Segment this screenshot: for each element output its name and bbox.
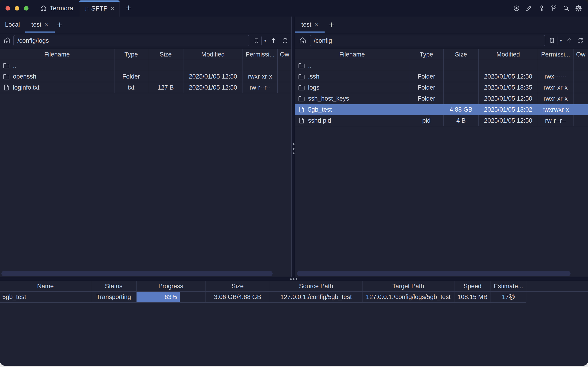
transfer-splitter-horizontal[interactable]: [0, 277, 588, 281]
col-modified[interactable]: Modified: [183, 49, 243, 60]
transfer-size: 3.06 GB/4.88 GB: [205, 292, 270, 302]
go-up-icon[interactable]: [564, 36, 574, 46]
col-source-path[interactable]: Source Path: [270, 281, 363, 291]
search-icon[interactable]: [563, 5, 570, 12]
col-modified[interactable]: Modified: [478, 49, 538, 60]
file-name: ..: [308, 60, 311, 71]
folder-icon: [3, 73, 10, 80]
home-icon[interactable]: [3, 36, 11, 44]
tab-local-label: Local: [5, 21, 20, 28]
tab-sftp[interactable]: ↓↑ SFTP ×: [79, 0, 120, 17]
refresh-icon[interactable]: [281, 36, 290, 46]
file-name: sshd.pid: [308, 115, 331, 126]
edit-icon[interactable]: [526, 5, 532, 12]
new-window-tab-button[interactable]: +: [126, 3, 131, 12]
bookmark-dropdown-caret-icon[interactable]: ▾: [262, 36, 268, 46]
transfer-estimate: 17秒: [491, 292, 526, 302]
transfer-progress-cell: 63%: [136, 292, 205, 302]
tab-termora-label: Termora: [50, 5, 73, 12]
col-name[interactable]: Name: [0, 281, 91, 291]
col-target-path[interactable]: Target Path: [363, 281, 454, 291]
transfer-speed: 108.15 MB: [454, 292, 491, 302]
home-icon: [40, 5, 47, 12]
tab-close-icon[interactable]: ×: [45, 21, 49, 28]
col-owner[interactable]: Ow: [278, 49, 291, 60]
window-close-button[interactable]: [6, 6, 10, 11]
col-size[interactable]: Size: [148, 49, 183, 60]
tab-close-icon[interactable]: ×: [315, 21, 319, 28]
go-up-icon[interactable]: [269, 36, 278, 46]
settings-gear-icon[interactable]: [575, 5, 582, 12]
col-progress[interactable]: Progress: [136, 281, 205, 291]
right-file-table: Filename Type Size Modified Permissi... …: [295, 49, 588, 126]
tab-local[interactable]: Local: [3, 17, 22, 33]
splitter-grip-icon: [290, 278, 297, 280]
right-new-tab-button[interactable]: +: [329, 20, 334, 29]
splitter-grip-icon: [293, 143, 294, 157]
bookmark-dropdown-caret-icon[interactable]: ▾: [558, 36, 564, 46]
file-row[interactable]: ssh_host_keys Folder 2025/01/05 12:50 rw…: [295, 93, 588, 104]
progress-fill: 63%: [136, 292, 180, 302]
col-size[interactable]: Size: [205, 281, 270, 291]
titlebar-toolbar: [513, 0, 582, 17]
bookmark-off-icon[interactable]: [547, 36, 557, 46]
col-status[interactable]: Status: [91, 281, 136, 291]
col-size[interactable]: Size: [444, 49, 478, 60]
file-name: ssh_host_keys: [308, 93, 349, 104]
left-new-tab-button[interactable]: +: [57, 20, 62, 29]
record-icon[interactable]: [513, 5, 520, 12]
key-icon[interactable]: [538, 5, 545, 12]
title-bar: Termora ↓↑ SFTP × +: [0, 0, 588, 17]
tab-close-icon[interactable]: ×: [111, 5, 115, 12]
right-horizontal-scrollbar[interactable]: [297, 271, 571, 276]
refresh-icon[interactable]: [576, 36, 585, 46]
right-pane-tabbar: test × +: [295, 17, 588, 33]
file-icon: [298, 117, 305, 124]
left-horizontal-scrollbar[interactable]: [1, 271, 273, 276]
col-empty: [526, 281, 588, 291]
col-permissions[interactable]: Permissi...: [243, 49, 278, 60]
file-row[interactable]: ..: [0, 60, 291, 71]
tab-sftp-label: SFTP: [91, 5, 108, 12]
transfer-source-path: 127.0.0.1:/config/5gb_test: [270, 292, 363, 302]
left-path-value: /config/logs: [17, 37, 49, 44]
transfer-row[interactable]: 5gb_test Transporting 63% 3.06 GB/4.88 G…: [0, 292, 588, 303]
file-row[interactable]: logs Folder 2025/01/05 18:35 rwxr-xr-x: [295, 82, 588, 93]
file-row[interactable]: sshd.pid pid 4 B 2025/01/05 12:50 rw-r--…: [295, 115, 588, 126]
file-row[interactable]: loginfo.txt txt 127 B 2025/01/05 12:50 r…: [0, 82, 291, 93]
pane-splitter-vertical[interactable]: [291, 17, 295, 277]
file-row[interactable]: openssh Folder 2025/01/05 12:50 rwxr-xr-…: [0, 71, 291, 82]
file-row[interactable]: ..: [295, 60, 588, 71]
transfer-target-path: 127.0.0.1:/config/logs/5gb_test: [363, 292, 454, 302]
active-tab-accent: [79, 0, 119, 2]
col-type[interactable]: Type: [114, 49, 148, 60]
local-file-pane: Local test × + /config/logs ▾: [0, 17, 291, 277]
active-tab-underline: [295, 32, 324, 33]
col-speed[interactable]: Speed: [454, 281, 491, 291]
col-filename[interactable]: Filename: [0, 49, 114, 60]
tab-termora[interactable]: Termora: [40, 0, 73, 17]
col-type[interactable]: Type: [409, 49, 444, 60]
bookmark-icon[interactable]: [252, 36, 261, 46]
right-path-input[interactable]: /config: [310, 35, 545, 46]
window-zoom-button[interactable]: [24, 6, 28, 11]
col-permissions[interactable]: Permissi...: [538, 49, 573, 60]
file-name: logs: [308, 82, 320, 93]
file-name: 5gb_test: [308, 104, 332, 115]
col-filename[interactable]: Filename: [295, 49, 409, 60]
file-name: .ssh: [308, 71, 320, 82]
col-owner[interactable]: Ow: [573, 49, 588, 60]
progress-percent-label: 63%: [165, 292, 177, 302]
transfer-name: 5gb_test: [0, 292, 91, 302]
home-icon[interactable]: [299, 36, 307, 44]
tab-test-right[interactable]: test ×: [295, 17, 324, 33]
col-estimate[interactable]: Estimate...: [491, 281, 526, 291]
tab-test-left[interactable]: test ×: [25, 17, 55, 33]
left-pathbar: /config/logs ▾: [0, 33, 291, 49]
file-row-selected[interactable]: 5gb_test 4.88 GB 2025/01/05 13:02 rwxrwx…: [295, 104, 588, 115]
left-path-input[interactable]: /config/logs: [13, 35, 249, 46]
git-branch-icon[interactable]: [550, 5, 557, 12]
file-icon: [298, 106, 305, 113]
window-minimize-button[interactable]: [15, 6, 19, 11]
file-row[interactable]: .ssh Folder 2025/01/05 12:50 rwx------: [295, 71, 588, 82]
